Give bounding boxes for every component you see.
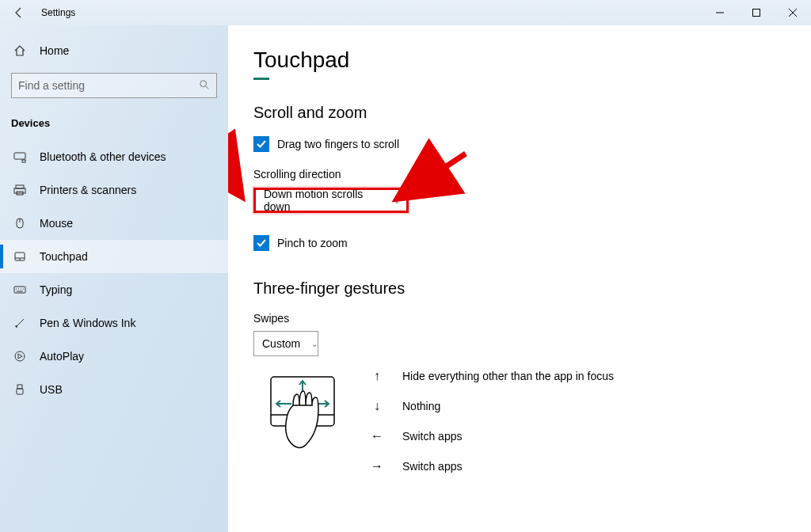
svg-rect-10 [14, 188, 25, 193]
sidebar-category: Devices [0, 111, 228, 140]
bluetooth-devices-icon [13, 150, 27, 164]
gesture-left: ← Switch apps [371, 429, 614, 443]
maximize-button[interactable] [738, 0, 775, 25]
checkbox-drag-two-fingers[interactable]: Drag two fingers to scroll [253, 136, 786, 152]
autoplay-icon [13, 349, 27, 363]
svg-line-5 [206, 86, 209, 89]
sidebar-item-label: Touchpad [40, 250, 88, 263]
sidebar-item-autoplay[interactable]: AutoPlay [0, 340, 228, 373]
svg-line-31 [228, 117, 236, 188]
home-icon [13, 44, 27, 58]
gesture-up: ↑ Hide everything other than the app in … [371, 369, 614, 383]
svg-rect-6 [14, 153, 25, 159]
sidebar-item-bluetooth[interactable]: Bluetooth & other devices [0, 140, 228, 173]
chevron-down-icon: ⌄ [394, 196, 400, 205]
search-icon [199, 79, 210, 93]
checkbox-label: Pinch to zoom [277, 237, 348, 249]
dropdown-value: Down motion scrolls down [264, 188, 383, 213]
window-controls [702, 0, 811, 25]
svg-rect-24 [17, 385, 22, 389]
main-content: Touchpad Scroll and zoom Drag two finger… [228, 25, 811, 532]
checkbox-pinch-zoom[interactable]: Pinch to zoom [253, 235, 786, 251]
sidebar-item-label: Printers & scanners [40, 184, 136, 196]
svg-rect-8 [22, 160, 25, 162]
close-button[interactable] [775, 0, 811, 25]
sidebar-item-label: AutoPlay [40, 350, 84, 363]
svg-point-4 [200, 80, 207, 86]
arrow-left-icon: ← [371, 429, 383, 443]
sidebar-home[interactable]: Home [0, 36, 228, 65]
arrow-right-icon: → [371, 459, 383, 473]
checkbox-checked-icon [253, 235, 269, 251]
svg-point-23 [15, 352, 25, 361]
sidebar-item-mouse[interactable]: Mouse [0, 207, 228, 240]
sidebar-item-pen[interactable]: Pen & Windows Ink [0, 306, 228, 340]
checkbox-label: Drag two fingers to scroll [277, 138, 399, 150]
back-button[interactable] [0, 0, 38, 25]
titlebar: Settings [0, 0, 811, 25]
sidebar-item-label: Bluetooth & other devices [40, 150, 166, 163]
svg-rect-17 [14, 287, 25, 293]
scrolling-direction-label: Scrolling direction [253, 168, 786, 180]
gesture-label: Switch apps [402, 460, 462, 473]
arrow-up-icon: ↑ [371, 369, 383, 383]
swipes-label: Swipes [253, 312, 786, 325]
gesture-label: Switch apps [402, 430, 462, 443]
sidebar-item-label: Typing [40, 283, 72, 296]
printer-icon [13, 183, 27, 197]
svg-rect-1 [753, 10, 760, 17]
gesture-label: Hide everything other than the app in fo… [402, 370, 614, 382]
swipes-dropdown[interactable]: Custom ⌄ [253, 331, 318, 356]
gesture-label: Nothing [402, 400, 440, 412]
search-placeholder: Find a setting [18, 79, 85, 92]
window-title: Settings [41, 7, 75, 18]
sidebar: Home Find a setting Devices Bluetooth & … [0, 25, 228, 532]
scrolling-direction-dropdown[interactable]: Down motion scrolls down ⌄ [253, 188, 409, 213]
arrow-down-icon: ↓ [371, 399, 383, 413]
touchpad-gesture-illustration-icon [253, 366, 352, 454]
sidebar-item-label: Mouse [40, 217, 73, 230]
gesture-right: → Switch apps [371, 459, 614, 473]
back-arrow-icon [13, 6, 25, 19]
touchpad-icon [13, 249, 27, 264]
sidebar-item-label: USB [40, 383, 63, 396]
keyboard-icon [13, 283, 27, 297]
sidebar-item-usb[interactable]: USB [0, 373, 228, 406]
title-underline [253, 78, 269, 80]
sidebar-home-label: Home [40, 44, 69, 57]
gesture-list: ↑ Hide everything other than the app in … [371, 366, 614, 473]
usb-icon [13, 382, 27, 397]
sidebar-item-label: Pen & Windows Ink [40, 317, 135, 329]
mouse-icon [13, 216, 27, 230]
section-scroll-zoom: Scroll and zoom [253, 104, 786, 122]
minimize-button[interactable] [702, 0, 738, 25]
chevron-down-icon: ⌄ [311, 340, 318, 348]
sidebar-item-typing[interactable]: Typing [0, 273, 228, 306]
sidebar-item-touchpad[interactable]: Touchpad [0, 240, 228, 273]
svg-rect-25 [17, 389, 23, 394]
checkbox-checked-icon [253, 136, 269, 152]
sidebar-item-printers[interactable]: Printers & scanners [0, 173, 228, 207]
gesture-down: ↓ Nothing [371, 399, 614, 413]
pen-icon [13, 316, 27, 330]
svg-rect-9 [16, 185, 24, 188]
annotation-arrow-left [228, 111, 252, 209]
dropdown-value: Custom [262, 337, 300, 350]
gesture-illustration-row: ↑ Hide everything other than the app in … [253, 366, 786, 473]
search-input[interactable]: Find a setting [11, 73, 217, 98]
page-title: Touchpad [253, 48, 786, 73]
section-three-finger: Three-finger gestures [253, 279, 786, 298]
